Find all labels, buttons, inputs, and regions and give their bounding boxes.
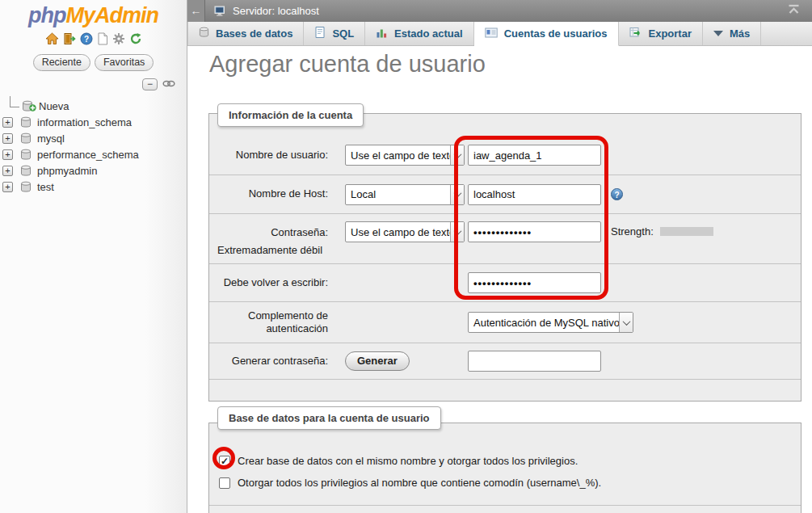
expand-plus-icon[interactable]: +: [2, 133, 13, 144]
tab-status[interactable]: Estado actual: [365, 22, 474, 45]
navigation-sidebar: phpMyAdmin ? Reciente Favoritas − Nueva …: [0, 0, 187, 513]
account-info-legend: Información de la cuenta: [217, 103, 364, 127]
tab-label: Más: [730, 27, 750, 40]
tab-label: SQL: [332, 27, 354, 40]
server-icon: [214, 6, 227, 17]
tab-more[interactable]: Más: [703, 22, 761, 45]
sidebar-quick-buttons: Reciente Favoritas: [0, 54, 187, 71]
tab-label: Bases de datos: [216, 27, 292, 40]
grant-wildcard-checkbox-label[interactable]: Otorgar todos los privilegios al nombre …: [238, 477, 601, 489]
page-content: Agregar cuenta de usuario Información de…: [187, 46, 812, 513]
select-arrow-icon: [450, 145, 464, 165]
auth-plugin-select[interactable]: Autenticación de MySQL nativo: [468, 312, 633, 333]
bar-chart-icon: [376, 27, 388, 41]
tree-item-information-schema[interactable]: + information_schema: [0, 114, 187, 130]
main-panel: ← Servidor: localhost Bases de datos SQL…: [187, 0, 812, 513]
hostname-input[interactable]: [468, 184, 601, 205]
username-label: Nombre de usuario:: [217, 149, 339, 162]
password-type-select[interactable]: Use el campo de texto: [345, 221, 465, 242]
tree-item-mysql[interactable]: + mysql: [0, 130, 187, 146]
tree-item-label: performance_schema: [37, 149, 139, 161]
tab-sql[interactable]: SQL: [304, 22, 365, 45]
select-arrow-icon: [450, 222, 464, 242]
new-database-icon: [22, 100, 33, 112]
account-info-fieldset: Información de la cuenta Nombre de usuar…: [208, 113, 801, 402]
fieldset-separator: [209, 505, 801, 506]
create-db-checkbox-row: ✓ Crear base de datos con el mismo nombr…: [209, 450, 801, 472]
password-input[interactable]: [468, 221, 601, 242]
favorites-button[interactable]: Favoritas: [95, 54, 154, 71]
database-tree: Nueva + information_schema + mysql + per…: [0, 98, 187, 195]
page-title: Agregar cuenta de usuario: [209, 51, 486, 78]
expand-plus-icon[interactable]: +: [2, 149, 13, 160]
username-input[interactable]: [468, 145, 601, 166]
tab-label: Estado actual: [394, 27, 463, 40]
home-icon[interactable]: [45, 32, 59, 45]
tree-item-test[interactable]: + test: [0, 179, 187, 195]
username-row: Nombre de usuario: Use el campo de texto: [209, 136, 801, 175]
tab-label: Cuentas de usuarios: [504, 27, 608, 40]
database-icon: [199, 27, 209, 40]
chevron-down-icon: [713, 31, 723, 36]
select-arrow-icon: [450, 185, 464, 204]
logout-door-icon[interactable]: [63, 32, 76, 45]
hostname-type-select[interactable]: Local: [345, 184, 465, 205]
generate-button[interactable]: Generar: [345, 351, 410, 371]
link-chain-icon[interactable]: [162, 77, 175, 91]
strength-feedback-text: Extremadamente débil: [217, 244, 322, 256]
tree-item-performance-schema[interactable]: + performance_schema: [0, 146, 187, 162]
documentation-icon[interactable]: [97, 32, 108, 45]
back-arrow-button[interactable]: ←: [187, 0, 205, 22]
logo-part-php: php: [28, 3, 65, 27]
expand-plus-icon[interactable]: +: [2, 166, 13, 176]
retype-password-input[interactable]: [468, 272, 601, 293]
server-breadcrumb-label[interactable]: Servidor: localhost: [233, 5, 319, 17]
tree-item-label: information_schema: [37, 116, 132, 128]
database-icon: [20, 116, 32, 128]
tab-user-accounts[interactable]: Cuentas de usuarios: [474, 22, 619, 46]
expand-plus-icon[interactable]: +: [2, 182, 13, 192]
password-row: Contraseña: Use el campo de texto Streng…: [209, 214, 801, 264]
phpmyadmin-logo[interactable]: phpMyAdmin: [0, 0, 187, 28]
generated-password-input[interactable]: [468, 351, 601, 372]
generate-password-row: Generar contraseña: Generar: [209, 343, 801, 380]
generate-password-label: Generar contraseña:: [217, 355, 339, 368]
auth-plugin-label: Complemento de autenticación: [217, 309, 339, 336]
tab-export[interactable]: Exportar: [619, 22, 703, 45]
sql-document-icon: [314, 26, 326, 41]
refresh-icon[interactable]: [129, 32, 142, 45]
database-fieldset-legend: Base de datos para la cuenta de usuario: [217, 406, 441, 430]
database-icon: [20, 149, 32, 161]
retype-password-row: Debe volver a escribir:: [209, 264, 801, 302]
tree-item-label: test: [37, 181, 54, 193]
strength-indicator: Strength:: [611, 225, 713, 238]
select-arrow-icon: [619, 313, 633, 332]
export-icon: [629, 27, 642, 40]
user-card-icon: [485, 27, 498, 40]
password-label: Contraseña:: [217, 226, 339, 239]
server-breadcrumb-bar: ← Servidor: localhost: [187, 0, 812, 22]
database-icon: [20, 165, 32, 177]
username-type-select[interactable]: Use el campo de texto: [345, 145, 465, 166]
tree-item-label: Nueva: [39, 100, 69, 112]
settings-gear-icon[interactable]: [112, 32, 125, 45]
help-icon[interactable]: ?: [611, 188, 623, 200]
svg-text:?: ?: [83, 35, 88, 44]
database-for-account-fieldset: Base de datos para la cuenta de usuario …: [208, 423, 801, 513]
database-icon: [20, 132, 32, 145]
strength-meter: [660, 227, 713, 236]
tab-label: Exportar: [649, 27, 692, 40]
recent-button[interactable]: Reciente: [33, 54, 90, 71]
create-db-checkbox[interactable]: ✓: [219, 456, 230, 467]
help-question-icon[interactable]: ?: [80, 32, 93, 45]
expand-plus-icon[interactable]: +: [2, 117, 13, 128]
tree-item-new-database[interactable]: Nueva: [0, 98, 187, 114]
collapse-all-button[interactable]: −: [142, 78, 158, 90]
database-icon: [20, 181, 32, 193]
create-db-checkbox-label[interactable]: Crear base de datos con el mismo nombre …: [238, 455, 578, 467]
collapse-top-icon[interactable]: [787, 4, 801, 17]
grant-wildcard-checkbox-row: Otorgar todos los privilegios al nombre …: [209, 472, 801, 494]
grant-wildcard-checkbox[interactable]: [219, 477, 230, 489]
tab-databases[interactable]: Bases de datos: [187, 22, 304, 45]
tree-item-phpmyadmin[interactable]: + phpmyadmin: [0, 162, 187, 179]
